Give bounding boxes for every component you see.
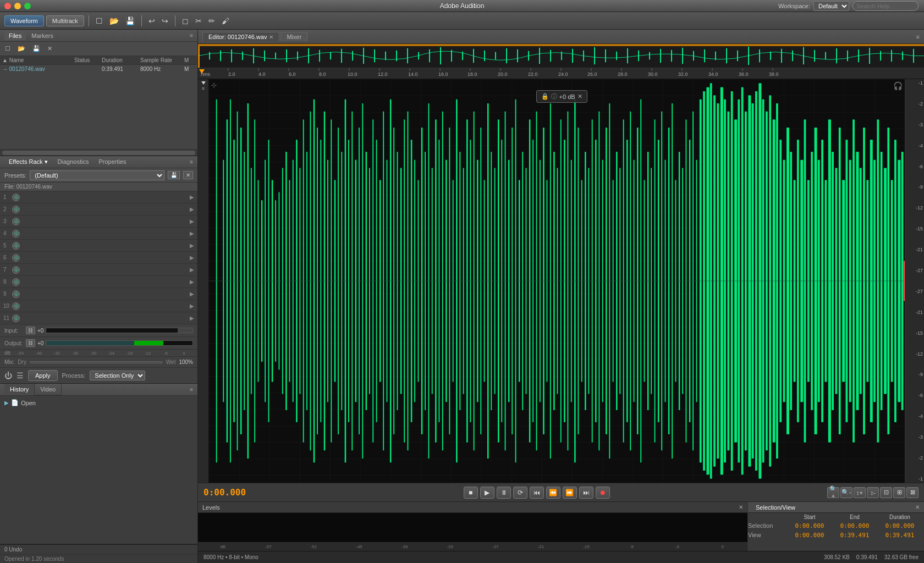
sv-view-row: View 0:00.000 0:39.491 0:39.491 — [748, 531, 924, 540]
apply-button[interactable]: Apply — [28, 370, 58, 381]
minimize-button[interactable] — [14, 3, 21, 9]
go-end-btn[interactable]: ⏭ — [579, 487, 593, 499]
waveform-canvas[interactable]: 🔒 ⓘ +0 dB ✕ ⊹ 🎧 — [209, 79, 905, 483]
output-chain-btn[interactable]: ⛓ — [26, 339, 35, 347]
files-save-btn[interactable]: 💾 — [30, 44, 43, 53]
files-open-btn[interactable]: 📂 — [15, 44, 28, 53]
presets-delete-btn[interactable]: ✕ — [183, 171, 193, 179]
undo-icon[interactable]: ↩ — [146, 15, 157, 26]
process-select[interactable]: Selection Only Entire File — [90, 371, 145, 380]
multitrack-btn[interactable]: Multitrack — [46, 15, 84, 26]
tab-video[interactable]: Video — [35, 384, 62, 395]
effect-power-7[interactable]: ⏻ — [12, 266, 20, 274]
editor-tab-mixer[interactable]: Mixer — [280, 32, 307, 41]
stop-btn[interactable]: ■ — [464, 487, 478, 499]
effect-power-3[interactable]: ⏻ — [12, 218, 20, 225]
zoom-controls: 🔍+ 🔍- ↕+ ↕- ⊡ ⊞ ⊠ — [827, 487, 919, 498]
save-icon[interactable]: 💾 — [123, 15, 137, 26]
redo-icon[interactable]: ↪ — [160, 15, 170, 26]
editor-tab-close[interactable]: ✕ — [269, 34, 273, 40]
waveform-headphones-icon[interactable]: 🎧 — [893, 81, 903, 90]
waveform-overview[interactable] — [198, 44, 924, 68]
tab-properties[interactable]: Properties — [94, 157, 130, 167]
record-btn[interactable]: ⏺ — [596, 487, 610, 499]
select-tool-icon[interactable]: ◻ — [180, 15, 191, 26]
presets-save-btn[interactable]: 💾 — [168, 171, 180, 179]
zoom-full-btn[interactable]: ⊠ — [906, 487, 919, 498]
input-chain-btn[interactable]: ⛓ — [26, 327, 35, 334]
pencil-tool-icon[interactable]: ✏ — [206, 15, 217, 26]
fast-forward-btn[interactable]: ⏩ — [563, 487, 577, 499]
effect-power-10[interactable]: ⏻ — [12, 302, 20, 310]
mix-slider[interactable] — [30, 361, 163, 363]
sv-sel-duration[interactable]: 0:00.000 — [878, 522, 922, 529]
effect-power-6[interactable]: ⏻ — [12, 254, 20, 262]
levels-close[interactable]: ✕ — [739, 504, 743, 510]
workspace-select[interactable]: Default — [813, 1, 849, 11]
tab-effects-rack[interactable]: Effects Rack ▾ — [4, 157, 52, 167]
editor-panel-collapse[interactable]: ≡ — [916, 34, 920, 40]
effect-power-8[interactable]: ⏻ — [12, 278, 20, 286]
files-new-btn[interactable]: ☐ — [2, 44, 13, 53]
razor-tool-icon[interactable]: ✂ — [193, 15, 204, 26]
svg-rect-40 — [616, 52, 617, 60]
search-input[interactable] — [853, 1, 919, 11]
zoom-fit-selection-btn[interactable]: ⊞ — [893, 487, 905, 498]
history-tabs: History Video — [4, 384, 62, 395]
effects-collapse[interactable]: ≡ — [190, 159, 193, 165]
effect-power-2[interactable]: ⏻ — [12, 206, 20, 213]
files-panel-collapse[interactable]: ≡ — [190, 32, 193, 38]
effect-power-9[interactable]: ⏻ — [12, 290, 20, 298]
loop-btn[interactable]: ⟳ — [513, 487, 527, 499]
sv-view-duration[interactable]: 0:39.491 — [878, 532, 922, 539]
play-btn[interactable]: ▶ — [480, 487, 494, 499]
go-start-btn[interactable]: ⏮ — [530, 487, 544, 499]
effect-power-11[interactable]: ⏻ — [12, 314, 20, 322]
db-tooltip-close[interactable]: ✕ — [578, 93, 582, 100]
history-collapse[interactable]: ≡ — [190, 387, 193, 393]
editor-tab-main[interactable]: Editor: 00120746.wav ✕ — [202, 32, 279, 41]
presets-label: Presets: — [4, 172, 26, 179]
zoom-in-time-btn[interactable]: 🔍+ — [827, 487, 839, 498]
rewind-btn[interactable]: ⏪ — [546, 487, 560, 499]
effect-power-1[interactable]: ⏻ — [12, 194, 20, 201]
tab-files[interactable]: Files — [4, 31, 26, 40]
waveform-btn[interactable]: Waveform — [4, 15, 44, 26]
sv-sel-start[interactable]: 0:00.000 — [788, 522, 832, 529]
brush-tool-icon[interactable]: 🖌 — [219, 15, 232, 26]
zoom-fit-time-btn[interactable]: ⊡ — [880, 487, 892, 498]
open-file-icon[interactable]: 📂 — [107, 15, 121, 26]
effects-list-btn[interactable]: ☰ — [16, 371, 24, 380]
zoom-out-amp-btn[interactable]: ↕- — [867, 487, 879, 498]
sv-tab-selection[interactable]: Selection/View — [752, 503, 799, 512]
tab-diagnostics[interactable]: Diagnostics — [53, 157, 94, 167]
tab-markers[interactable]: Markers — [27, 31, 58, 40]
files-close-btn[interactable]: ✕ — [45, 44, 55, 53]
file-row-1[interactable]: → 00120746.wav 0:39.491 8000 Hz M — [0, 65, 197, 73]
output-value: +0 — [37, 340, 43, 346]
close-button[interactable] — [4, 3, 11, 9]
pause-btn[interactable]: ⏸ — [497, 487, 511, 499]
effects-power-btn[interactable]: ⏻ — [4, 371, 12, 380]
zoom-out-time-btn[interactable]: 🔍- — [840, 487, 853, 498]
effect-power-5[interactable]: ⏻ — [12, 242, 20, 250]
waveform-fit-icon[interactable]: ⊹ — [211, 81, 217, 89]
zoom-in-amp-btn[interactable]: ↕+ — [854, 487, 866, 498]
editor-main[interactable]: ≡ — [198, 79, 924, 483]
sv-close[interactable]: ✕ — [915, 504, 920, 510]
overview-svg — [198, 44, 924, 68]
svg-rect-47 — [693, 51, 694, 61]
sv-view-start[interactable]: 0:00.000 — [788, 532, 832, 539]
svg-rect-24 — [440, 47, 441, 64]
svg-rect-55 — [781, 49, 782, 63]
maximize-button[interactable] — [24, 3, 31, 9]
new-file-icon[interactable]: ☐ — [94, 15, 105, 26]
effect-power-4[interactable]: ⏻ — [12, 230, 20, 238]
sv-view-end[interactable]: 0:39.491 — [833, 532, 877, 539]
presets-select[interactable]: (Default) — [30, 170, 164, 180]
tab-history[interactable]: History — [4, 384, 35, 395]
files-scrollbar[interactable] — [0, 149, 197, 156]
files-table-header: ▲ Name Status Duration Sample Rate M — [0, 56, 197, 65]
svg-rect-313 — [903, 261, 905, 301]
sv-sel-end[interactable]: 0:00.000 — [833, 522, 877, 529]
